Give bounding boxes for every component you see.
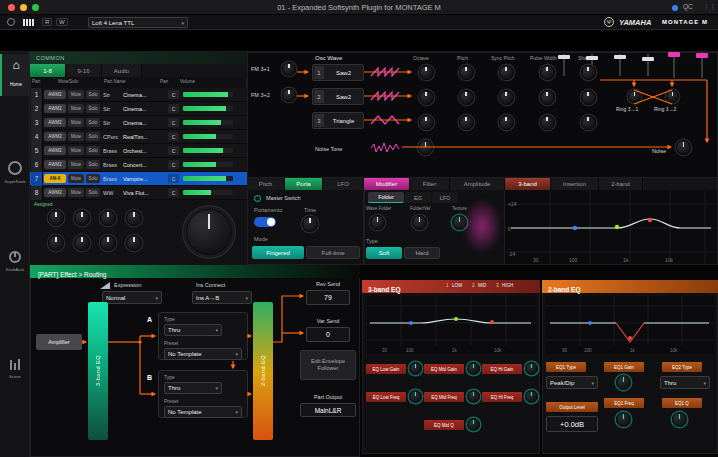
solo-button[interactable]: Solo xyxy=(86,174,100,183)
part-row[interactable]: 4AWM2MuteSoloCPercRealTim...C xyxy=(30,130,247,144)
volume-bar[interactable] xyxy=(183,148,233,153)
volume-bar[interactable] xyxy=(183,106,233,111)
tab-2band[interactable]: 2-band xyxy=(599,178,643,190)
solo-button[interactable]: Solo xyxy=(86,118,100,127)
mute-button[interactable]: Mute xyxy=(68,118,84,127)
subtab-folder[interactable]: Folder xyxy=(368,192,404,203)
pitch-knob-osc1[interactable] xyxy=(459,65,474,80)
read-automation-button[interactable]: R xyxy=(42,18,52,26)
fm-3-1-knob[interactable] xyxy=(282,62,296,76)
eq-low-gain-knob[interactable] xyxy=(409,362,422,375)
shaper-knob-osc2[interactable] xyxy=(581,90,596,105)
mute-button[interactable]: Mute xyxy=(68,132,84,141)
super-knob[interactable] xyxy=(186,209,232,255)
mute-button[interactable]: Mute xyxy=(68,146,84,155)
eq-mid-freq-knob[interactable] xyxy=(467,390,480,403)
tab-parts-1-8[interactable]: 1-8 xyxy=(30,64,66,77)
var-send-value[interactable]: 0 xyxy=(306,327,350,342)
assigned-knob-4[interactable] xyxy=(126,210,142,226)
hard-button[interactable]: Hard xyxy=(404,247,440,259)
volume-bar[interactable] xyxy=(183,120,233,125)
sync-pitch-knob-osc2[interactable] xyxy=(499,90,514,105)
eq2-routing-bar[interactable]: 2-band EQ xyxy=(253,302,273,440)
solo-button[interactable]: Solo xyxy=(86,146,100,155)
fm-3-2-knob[interactable] xyxy=(282,88,296,102)
eq3-graph[interactable]: 30 100 1k 10k xyxy=(366,296,536,354)
eq1-freq-knob[interactable] xyxy=(616,412,631,427)
ring-3-2-knob[interactable] xyxy=(666,90,679,103)
volume-bar[interactable] xyxy=(183,176,233,181)
volume-bar[interactable] xyxy=(183,162,233,167)
osc3-wave-button[interactable]: 3 Triangle xyxy=(312,112,364,129)
sync-pitch-knob-osc1[interactable] xyxy=(499,65,514,80)
octave-knob-osc2[interactable] xyxy=(419,90,434,105)
part-row[interactable]: 2AWM2MuteSoloStrCinema...C xyxy=(30,102,247,116)
preset-selector[interactable]: Loft 4 Lena TTL ▾ xyxy=(88,17,188,28)
ring-3-1-knob[interactable] xyxy=(628,90,641,103)
tab-parts-audio[interactable]: Audio xyxy=(102,64,142,77)
tab-modifier[interactable]: Modifier xyxy=(364,178,410,190)
eq-hi-freq-knob[interactable] xyxy=(525,390,538,403)
eq-3band-graph[interactable]: +24 0 -24 30 100 1k 10k xyxy=(505,190,717,264)
tab-parts-9-16[interactable]: 9-16 xyxy=(66,64,102,77)
solo-button[interactable]: Solo xyxy=(86,104,100,113)
scene-4-slider[interactable] xyxy=(642,54,654,76)
noise-tone-knob[interactable] xyxy=(418,140,433,155)
assigned-knob-6[interactable] xyxy=(74,235,90,251)
slot-b-preset-select[interactable]: No Template▾ xyxy=(164,406,242,418)
tab-porta[interactable]: Porta xyxy=(285,178,323,190)
tab-lfo[interactable]: LFO xyxy=(323,178,364,190)
tab-pitch[interactable]: Pitch xyxy=(247,178,285,190)
assigned-knob-3[interactable] xyxy=(100,210,116,226)
part-row[interactable]: 7AN-XMuteSoloBrassVampire...C xyxy=(30,172,247,186)
ins-connect-select[interactable]: Ins A→B▾ xyxy=(192,291,252,304)
expression-select[interactable]: Normal▾ xyxy=(102,291,162,304)
osc2-wave-button[interactable]: 2 Saw2 xyxy=(312,88,364,105)
fulltime-button[interactable]: Full-time xyxy=(306,246,360,259)
keyboard-icon[interactable] xyxy=(22,19,35,26)
pulse-width-knob-osc1[interactable] xyxy=(540,65,555,80)
eq-low-freq-knob[interactable] xyxy=(409,390,422,403)
eq2-type-select[interactable]: Thru▾ xyxy=(660,376,710,389)
volume-bar[interactable] xyxy=(183,134,233,139)
tab-amplitude[interactable]: Amplitude xyxy=(450,178,505,190)
part-row[interactable]: 6AWM2MuteSoloBrassConcert...C xyxy=(30,158,247,172)
output-level-value[interactable]: +0.0dB xyxy=(546,416,598,432)
slot-a-type-select[interactable]: Thru▾ xyxy=(164,324,222,336)
subtab-lfo[interactable]: LFO xyxy=(432,192,458,203)
osc1-wave-button[interactable]: 1 Saw2 xyxy=(312,64,364,81)
sidebar-item-scene[interactable]: Scene xyxy=(0,352,30,392)
mute-button[interactable]: Mute xyxy=(68,160,84,169)
amplifier-block[interactable]: Amplifier xyxy=(36,334,82,350)
volume-bar[interactable] xyxy=(183,190,233,195)
mute-button[interactable]: Mute xyxy=(68,174,84,183)
portamento-toggle[interactable] xyxy=(254,217,276,227)
eq2-graph[interactable]: 30 100 1k 10k xyxy=(546,296,714,354)
pitch-knob-osc2[interactable] xyxy=(459,90,474,105)
scene-3-slider[interactable] xyxy=(614,54,626,76)
rev-send-value[interactable]: 79 xyxy=(306,290,350,305)
pulse-width-knob-osc2[interactable] xyxy=(540,90,555,105)
assigned-knob-7[interactable] xyxy=(100,235,116,251)
eq1-type-select[interactable]: Peak/Dip▾ xyxy=(546,376,598,389)
osc-mix-slider-2[interactable] xyxy=(696,52,708,78)
subtab-eg[interactable]: EG xyxy=(405,192,431,203)
shaper-knob-osc3[interactable] xyxy=(581,115,596,130)
volume-bar[interactable] xyxy=(183,92,233,97)
assigned-knob-1[interactable] xyxy=(48,210,64,226)
folder-vel-knob[interactable] xyxy=(412,215,427,230)
octave-knob-osc3[interactable] xyxy=(419,115,434,130)
mute-button[interactable]: Mute xyxy=(68,104,84,113)
assigned-knob-5[interactable] xyxy=(48,235,64,251)
power-icon[interactable] xyxy=(7,18,15,26)
part-row[interactable]: 5AWM2MuteSoloBrassOrchest...C xyxy=(30,144,247,158)
sidebar-item-home[interactable]: ⌂ Home xyxy=(0,54,30,96)
tab-filter[interactable]: Filter xyxy=(410,178,450,190)
mute-button[interactable]: Mute xyxy=(68,90,84,99)
octave-knob-osc1[interactable] xyxy=(419,65,434,80)
write-automation-button[interactable]: W xyxy=(56,18,68,26)
eq3-routing-bar[interactable]: 3-band EQ xyxy=(88,302,108,440)
solo-button[interactable]: Solo xyxy=(86,188,100,197)
mute-button[interactable]: Mute xyxy=(68,188,84,197)
part-row[interactable]: 3AWM2MuteSoloStrCinema...C xyxy=(30,116,247,130)
